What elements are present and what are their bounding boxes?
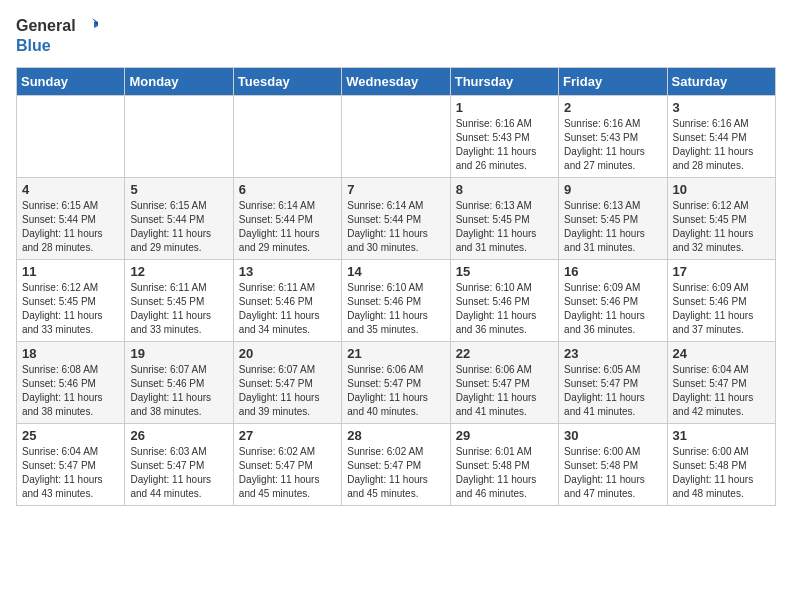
day-number: 8 — [456, 182, 553, 197]
day-cell: 25Sunrise: 6:04 AM Sunset: 5:47 PM Dayli… — [17, 424, 125, 506]
day-cell — [342, 96, 450, 178]
day-number: 20 — [239, 346, 336, 361]
week-row-3: 11Sunrise: 6:12 AM Sunset: 5:45 PM Dayli… — [17, 260, 776, 342]
day-cell: 28Sunrise: 6:02 AM Sunset: 5:47 PM Dayli… — [342, 424, 450, 506]
day-cell: 12Sunrise: 6:11 AM Sunset: 5:45 PM Dayli… — [125, 260, 233, 342]
day-cell: 4Sunrise: 6:15 AM Sunset: 5:44 PM Daylig… — [17, 178, 125, 260]
day-cell: 27Sunrise: 6:02 AM Sunset: 5:47 PM Dayli… — [233, 424, 341, 506]
day-info: Sunrise: 6:10 AM Sunset: 5:46 PM Dayligh… — [456, 281, 553, 337]
day-number: 25 — [22, 428, 119, 443]
day-cell: 15Sunrise: 6:10 AM Sunset: 5:46 PM Dayli… — [450, 260, 558, 342]
col-header-thursday: Thursday — [450, 68, 558, 96]
day-cell — [233, 96, 341, 178]
day-info: Sunrise: 6:02 AM Sunset: 5:47 PM Dayligh… — [347, 445, 444, 501]
week-row-2: 4Sunrise: 6:15 AM Sunset: 5:44 PM Daylig… — [17, 178, 776, 260]
day-number: 26 — [130, 428, 227, 443]
day-cell: 9Sunrise: 6:13 AM Sunset: 5:45 PM Daylig… — [559, 178, 667, 260]
day-info: Sunrise: 6:03 AM Sunset: 5:47 PM Dayligh… — [130, 445, 227, 501]
logo-blue: Blue — [16, 36, 98, 55]
logo-container: General Blue — [16, 16, 98, 55]
day-info: Sunrise: 6:11 AM Sunset: 5:45 PM Dayligh… — [130, 281, 227, 337]
day-cell: 3Sunrise: 6:16 AM Sunset: 5:44 PM Daylig… — [667, 96, 775, 178]
day-info: Sunrise: 6:01 AM Sunset: 5:48 PM Dayligh… — [456, 445, 553, 501]
day-cell: 23Sunrise: 6:05 AM Sunset: 5:47 PM Dayli… — [559, 342, 667, 424]
day-info: Sunrise: 6:16 AM Sunset: 5:43 PM Dayligh… — [456, 117, 553, 173]
day-cell: 16Sunrise: 6:09 AM Sunset: 5:46 PM Dayli… — [559, 260, 667, 342]
day-info: Sunrise: 6:05 AM Sunset: 5:47 PM Dayligh… — [564, 363, 661, 419]
day-number: 12 — [130, 264, 227, 279]
day-cell: 7Sunrise: 6:14 AM Sunset: 5:44 PM Daylig… — [342, 178, 450, 260]
day-info: Sunrise: 6:04 AM Sunset: 5:47 PM Dayligh… — [22, 445, 119, 501]
day-number: 22 — [456, 346, 553, 361]
day-number: 27 — [239, 428, 336, 443]
day-info: Sunrise: 6:15 AM Sunset: 5:44 PM Dayligh… — [22, 199, 119, 255]
day-number: 2 — [564, 100, 661, 115]
week-row-5: 25Sunrise: 6:04 AM Sunset: 5:47 PM Dayli… — [17, 424, 776, 506]
day-cell: 24Sunrise: 6:04 AM Sunset: 5:47 PM Dayli… — [667, 342, 775, 424]
day-info: Sunrise: 6:12 AM Sunset: 5:45 PM Dayligh… — [22, 281, 119, 337]
day-cell: 26Sunrise: 6:03 AM Sunset: 5:47 PM Dayli… — [125, 424, 233, 506]
day-cell: 1Sunrise: 6:16 AM Sunset: 5:43 PM Daylig… — [450, 96, 558, 178]
day-info: Sunrise: 6:14 AM Sunset: 5:44 PM Dayligh… — [239, 199, 336, 255]
day-number: 28 — [347, 428, 444, 443]
col-header-tuesday: Tuesday — [233, 68, 341, 96]
day-number: 3 — [673, 100, 770, 115]
day-cell — [17, 96, 125, 178]
day-number: 7 — [347, 182, 444, 197]
day-number: 5 — [130, 182, 227, 197]
day-info: Sunrise: 6:13 AM Sunset: 5:45 PM Dayligh… — [564, 199, 661, 255]
col-header-sunday: Sunday — [17, 68, 125, 96]
day-info: Sunrise: 6:11 AM Sunset: 5:46 PM Dayligh… — [239, 281, 336, 337]
day-cell: 10Sunrise: 6:12 AM Sunset: 5:45 PM Dayli… — [667, 178, 775, 260]
col-header-wednesday: Wednesday — [342, 68, 450, 96]
day-cell: 17Sunrise: 6:09 AM Sunset: 5:46 PM Dayli… — [667, 260, 775, 342]
logo-bird-icon — [78, 16, 98, 36]
day-number: 23 — [564, 346, 661, 361]
day-number: 16 — [564, 264, 661, 279]
day-info: Sunrise: 6:07 AM Sunset: 5:46 PM Dayligh… — [130, 363, 227, 419]
day-info: Sunrise: 6:02 AM Sunset: 5:47 PM Dayligh… — [239, 445, 336, 501]
day-cell: 11Sunrise: 6:12 AM Sunset: 5:45 PM Dayli… — [17, 260, 125, 342]
day-cell: 31Sunrise: 6:00 AM Sunset: 5:48 PM Dayli… — [667, 424, 775, 506]
day-info: Sunrise: 6:06 AM Sunset: 5:47 PM Dayligh… — [347, 363, 444, 419]
day-info: Sunrise: 6:16 AM Sunset: 5:44 PM Dayligh… — [673, 117, 770, 173]
day-number: 6 — [239, 182, 336, 197]
col-header-friday: Friday — [559, 68, 667, 96]
day-info: Sunrise: 6:08 AM Sunset: 5:46 PM Dayligh… — [22, 363, 119, 419]
day-number: 11 — [22, 264, 119, 279]
day-cell: 20Sunrise: 6:07 AM Sunset: 5:47 PM Dayli… — [233, 342, 341, 424]
day-cell: 30Sunrise: 6:00 AM Sunset: 5:48 PM Dayli… — [559, 424, 667, 506]
col-header-saturday: Saturday — [667, 68, 775, 96]
day-number: 4 — [22, 182, 119, 197]
day-info: Sunrise: 6:10 AM Sunset: 5:46 PM Dayligh… — [347, 281, 444, 337]
day-cell: 29Sunrise: 6:01 AM Sunset: 5:48 PM Dayli… — [450, 424, 558, 506]
day-info: Sunrise: 6:15 AM Sunset: 5:44 PM Dayligh… — [130, 199, 227, 255]
day-number: 24 — [673, 346, 770, 361]
day-info: Sunrise: 6:14 AM Sunset: 5:44 PM Dayligh… — [347, 199, 444, 255]
day-cell: 5Sunrise: 6:15 AM Sunset: 5:44 PM Daylig… — [125, 178, 233, 260]
day-number: 14 — [347, 264, 444, 279]
day-cell: 8Sunrise: 6:13 AM Sunset: 5:45 PM Daylig… — [450, 178, 558, 260]
day-info: Sunrise: 6:00 AM Sunset: 5:48 PM Dayligh… — [564, 445, 661, 501]
day-cell: 2Sunrise: 6:16 AM Sunset: 5:43 PM Daylig… — [559, 96, 667, 178]
logo: General Blue — [16, 16, 98, 55]
day-number: 9 — [564, 182, 661, 197]
day-info: Sunrise: 6:07 AM Sunset: 5:47 PM Dayligh… — [239, 363, 336, 419]
day-number: 10 — [673, 182, 770, 197]
page-header: General Blue — [16, 16, 776, 55]
day-number: 18 — [22, 346, 119, 361]
week-row-4: 18Sunrise: 6:08 AM Sunset: 5:46 PM Dayli… — [17, 342, 776, 424]
calendar-table: SundayMondayTuesdayWednesdayThursdayFrid… — [16, 67, 776, 506]
day-number: 31 — [673, 428, 770, 443]
day-cell: 18Sunrise: 6:08 AM Sunset: 5:46 PM Dayli… — [17, 342, 125, 424]
day-info: Sunrise: 6:16 AM Sunset: 5:43 PM Dayligh… — [564, 117, 661, 173]
day-number: 17 — [673, 264, 770, 279]
day-number: 21 — [347, 346, 444, 361]
day-number: 13 — [239, 264, 336, 279]
day-cell: 6Sunrise: 6:14 AM Sunset: 5:44 PM Daylig… — [233, 178, 341, 260]
day-info: Sunrise: 6:12 AM Sunset: 5:45 PM Dayligh… — [673, 199, 770, 255]
day-number: 15 — [456, 264, 553, 279]
day-number: 19 — [130, 346, 227, 361]
header-row: SundayMondayTuesdayWednesdayThursdayFrid… — [17, 68, 776, 96]
day-cell: 22Sunrise: 6:06 AM Sunset: 5:47 PM Dayli… — [450, 342, 558, 424]
